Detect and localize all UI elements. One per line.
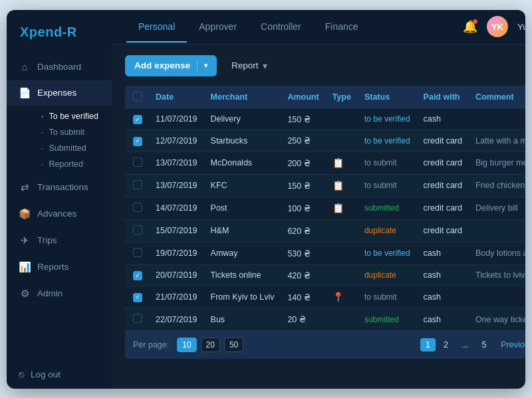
- top-tabs: Personal Approver Controller Finance: [126, 12, 463, 42]
- sidebar-label-expenses: Expenses: [37, 88, 76, 98]
- prev-page[interactable]: Previous: [494, 338, 525, 351]
- row-date: 20/07/2019: [149, 264, 204, 286]
- row-amount: 20 ₴: [281, 308, 325, 331]
- document-icon: 📋: [332, 203, 344, 213]
- row-paid-with: credit card: [417, 130, 469, 152]
- row-amount: 150 ₴: [281, 174, 325, 197]
- row-merchant: Tickets online: [204, 264, 281, 286]
- row-date: 13/07/2019: [149, 174, 204, 197]
- expenses-icon: 📄: [19, 87, 31, 99]
- sidebar-label-transactions: Transactions: [37, 182, 88, 192]
- report-button[interactable]: Report ▾: [225, 55, 274, 76]
- sidebar-item-reports[interactable]: 📊 Reports: [7, 254, 112, 280]
- trips-icon: ✈: [19, 235, 31, 247]
- sidebar-item-dashboard[interactable]: ⌂ Dashboard: [7, 54, 112, 79]
- row-paid-with: credit card: [417, 197, 469, 219]
- row-date: 12/07/2019: [149, 130, 204, 152]
- row-status: submitted: [358, 197, 417, 219]
- per-page-20[interactable]: 20: [201, 338, 220, 352]
- tab-controller[interactable]: Controller: [249, 12, 313, 43]
- row-checkbox[interactable]: [133, 157, 142, 167]
- row-date: 21/07/2019: [149, 286, 204, 308]
- tab-finance[interactable]: Finance: [313, 12, 370, 43]
- per-page-10[interactable]: 10: [177, 338, 196, 352]
- row-checkbox[interactable]: [133, 225, 142, 235]
- row-paid-with: cash: [417, 286, 469, 308]
- row-status: to be verified: [358, 242, 417, 264]
- col-merchant[interactable]: Merchant: [204, 86, 281, 109]
- tab-personal[interactable]: Personal: [126, 12, 187, 43]
- submenu-submitted[interactable]: Submitted: [36, 140, 112, 156]
- sidebar-label-dashboard: Dashboard: [37, 62, 81, 72]
- row-checkbox[interactable]: [133, 314, 142, 323]
- row-status: duplicate: [358, 219, 417, 242]
- expenses-submenu: To be verified To submit Submitted Repor…: [7, 107, 112, 173]
- row-date: 13/07/2019: [149, 151, 204, 174]
- expenses-table-wrapper: Date Merchant Amount Type Status Paid wi…: [125, 86, 525, 381]
- row-amount: 100 ₴: [281, 197, 325, 219]
- sidebar-item-trips[interactable]: ✈ Trips: [7, 228, 112, 253]
- per-page-label: Per page:: [133, 340, 169, 349]
- row-checkbox-cell: [125, 174, 149, 197]
- row-checkbox[interactable]: [133, 271, 142, 280]
- table-header: Date Merchant Amount Type Status Paid wi…: [125, 86, 525, 109]
- table-row: 20/07/2019Tickets online420 ₴duplicateca…: [125, 264, 525, 286]
- row-checkbox-cell: [125, 151, 149, 174]
- per-page-50[interactable]: 50: [224, 338, 243, 352]
- page-2[interactable]: 2: [438, 338, 454, 351]
- row-date: 11/07/2019: [149, 109, 204, 130]
- table-row: 11/07/2019Delivery150 ₴to be verifiedcas…: [125, 109, 525, 130]
- advances-icon: 📦: [19, 208, 31, 220]
- col-status[interactable]: Status: [358, 86, 417, 109]
- row-type: [326, 264, 358, 286]
- col-comment[interactable]: Comment: [469, 86, 525, 109]
- tab-approver[interactable]: Approver: [187, 12, 249, 43]
- select-all-checkbox[interactable]: [133, 92, 142, 101]
- submenu-to-be-verified[interactable]: To be verified: [36, 108, 112, 124]
- row-comment: Big burger menu, cola light: [469, 151, 525, 174]
- row-comment: Latte with a muffin: [469, 130, 525, 152]
- row-checkbox-cell: [125, 130, 149, 152]
- sidebar-item-advances[interactable]: 📦 Advances: [7, 201, 112, 227]
- report-caret: ▾: [263, 60, 267, 71]
- logo-suffix: R: [67, 25, 77, 39]
- tab-approver-label: Approver: [199, 21, 237, 32]
- row-checkbox-cell: [125, 286, 149, 308]
- logout-button[interactable]: ⎋ Log out: [7, 360, 112, 389]
- sub-label-verified: To be verified: [49, 112, 98, 121]
- row-checkbox[interactable]: [133, 248, 142, 257]
- notification-button[interactable]: 🔔: [463, 19, 477, 34]
- row-checkbox[interactable]: [133, 293, 142, 302]
- row-status: to submit: [358, 174, 417, 197]
- row-merchant: Post: [204, 197, 281, 219]
- col-type[interactable]: Type: [326, 86, 358, 109]
- sidebar-item-transactions[interactable]: ⇄ Transactions: [7, 175, 112, 200]
- page-5[interactable]: 5: [476, 338, 491, 351]
- col-amount[interactable]: Amount: [281, 86, 325, 109]
- row-checkbox[interactable]: [133, 115, 142, 124]
- add-expense-button[interactable]: Add expense ▾: [125, 55, 217, 76]
- tab-controller-label: Controller: [261, 21, 301, 32]
- row-checkbox-cell: [125, 308, 149, 331]
- sidebar-label-advances: Advances: [37, 209, 76, 219]
- submenu-to-submit[interactable]: To submit: [36, 124, 112, 140]
- row-checkbox-cell: [125, 264, 149, 286]
- row-comment: [469, 286, 525, 308]
- document-icon: 📋: [332, 180, 344, 191]
- sidebar-item-admin[interactable]: ⚙ Admin: [7, 281, 112, 306]
- col-date[interactable]: Date: [149, 86, 204, 109]
- row-checkbox-cell: [125, 219, 149, 242]
- page-1[interactable]: 1: [420, 338, 436, 351]
- main-content: Personal Approver Controller Finance 🔔 Y…: [112, 10, 525, 389]
- row-checkbox[interactable]: [133, 137, 142, 146]
- row-checkbox[interactable]: [133, 180, 142, 189]
- admin-icon: ⚙: [19, 288, 31, 300]
- logo-prefix: Xpend-: [20, 25, 67, 39]
- sidebar-item-expenses[interactable]: 📄 Expenses: [7, 80, 112, 106]
- col-paid-with[interactable]: Paid with: [417, 86, 469, 109]
- row-checkbox[interactable]: [133, 203, 142, 212]
- row-merchant: McDonalds: [204, 151, 281, 174]
- row-checkbox-cell: [125, 242, 149, 264]
- row-status: to submit: [358, 151, 417, 174]
- submenu-reported[interactable]: Reported: [36, 156, 112, 172]
